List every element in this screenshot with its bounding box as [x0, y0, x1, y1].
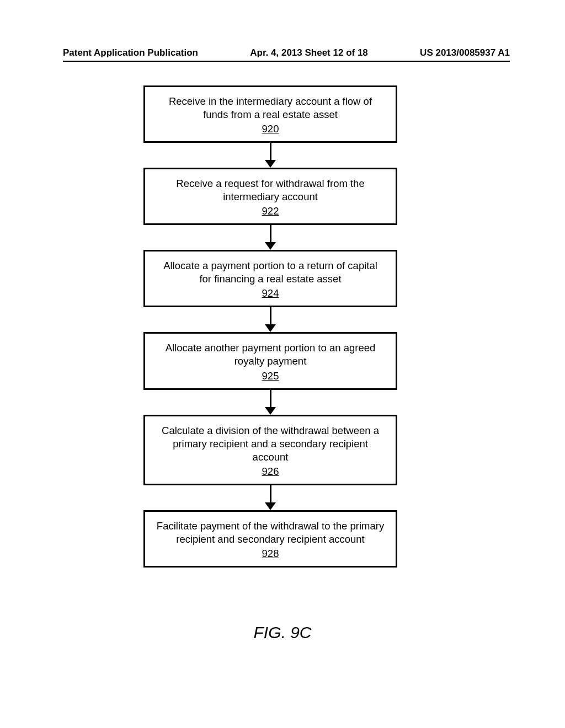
- header-center: Apr. 4, 2013 Sheet 12 of 18: [250, 47, 368, 58]
- figure-label: FIG. 9C: [0, 623, 565, 642]
- arrow-icon: [265, 307, 276, 332]
- arrow-icon: [265, 485, 276, 510]
- header-right: US 2013/0085937 A1: [420, 47, 510, 58]
- flow-box-text: Receive a request for withdrawal from th…: [156, 177, 385, 204]
- header-rule: [63, 61, 510, 62]
- flow-box-text: Allocate another payment portion to an a…: [156, 341, 385, 368]
- page-header: Patent Application Publication Apr. 4, 2…: [63, 47, 510, 58]
- arrow-icon: [265, 390, 276, 415]
- arrow-icon: [265, 143, 276, 168]
- flow-box-text: Calculate a division of the withdrawal b…: [156, 424, 385, 464]
- flow-box-ref: 926: [262, 465, 279, 478]
- flow-box-924: Allocate a payment portion to a return o…: [143, 250, 397, 307]
- flow-box-928: Facilitate payment of the withdrawal to …: [143, 510, 397, 568]
- flow-box-ref: 922: [262, 205, 279, 218]
- arrow-icon: [265, 225, 276, 250]
- flow-box-ref: 924: [262, 287, 279, 300]
- flow-box-ref: 925: [262, 370, 279, 383]
- flow-box-926: Calculate a division of the withdrawal b…: [143, 415, 397, 485]
- flow-box-922: Receive a request for withdrawal from th…: [143, 168, 397, 225]
- flowchart: Receive in the intermediary account a fl…: [143, 85, 397, 568]
- flow-box-text: Receive in the intermediary account a fl…: [156, 95, 385, 121]
- flow-box-text: Facilitate payment of the withdrawal to …: [156, 520, 385, 546]
- flow-box-ref: 928: [262, 547, 279, 560]
- flow-box-ref: 920: [262, 122, 279, 136]
- flow-box-925: Allocate another payment portion to an a…: [143, 332, 397, 389]
- header-left: Patent Application Publication: [63, 47, 198, 58]
- flow-box-text: Allocate a payment portion to a return o…: [156, 259, 385, 286]
- flow-box-920: Receive in the intermediary account a fl…: [143, 85, 397, 143]
